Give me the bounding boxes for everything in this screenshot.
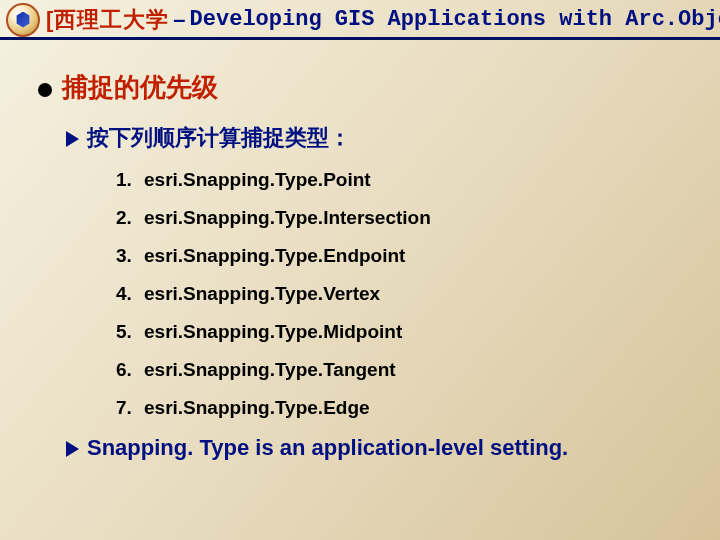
type-label: esri.Snapping.Type.Point — [144, 169, 371, 190]
footnote-text: Snapping. Type is an application-level s… — [87, 435, 568, 460]
type-label: esri.Snapping.Type.Endpoint — [144, 245, 405, 266]
university-logo-icon — [6, 3, 40, 37]
list-item: 4.esri.Snapping.Type.Vertex — [116, 283, 690, 305]
content-area: 捕捉的优先级 按下列顺序计算捕捉类型： 1.esri.Snapping.Type… — [0, 40, 720, 461]
subtitle-text: 按下列顺序计算捕捉类型： — [87, 125, 351, 150]
list-item: 2.esri.Snapping.Type.Intersection — [116, 207, 690, 229]
slide: [西理工大学 – Developing GIS Applications wit… — [0, 0, 720, 540]
type-label: esri.Snapping.Type.Midpoint — [144, 321, 402, 342]
snapping-type-list: 1.esri.Snapping.Type.Point 2.esri.Snappi… — [116, 169, 690, 419]
title-text: 捕捉的优先级 — [62, 73, 218, 102]
bullet-icon — [38, 83, 52, 97]
type-label: esri.Snapping.Type.Intersection — [144, 207, 431, 228]
header-separator: – — [173, 7, 185, 33]
subtitle: 按下列顺序计算捕捉类型： — [66, 123, 690, 153]
list-item: 7.esri.Snapping.Type.Edge — [116, 397, 690, 419]
triangle-bullet-icon — [66, 441, 79, 457]
type-label: esri.Snapping.Type.Vertex — [144, 283, 380, 304]
slide-title: 捕捉的优先级 — [38, 70, 690, 105]
list-item: 3.esri.Snapping.Type.Endpoint — [116, 245, 690, 267]
triangle-bullet-icon — [66, 131, 79, 147]
list-item: 5.esri.Snapping.Type.Midpoint — [116, 321, 690, 343]
type-label: esri.Snapping.Type.Tangent — [144, 359, 396, 380]
list-item: 6.esri.Snapping.Type.Tangent — [116, 359, 690, 381]
university-name: [西理工大学 — [46, 5, 169, 35]
header-bar: [西理工大学 – Developing GIS Applications wit… — [0, 0, 720, 40]
course-title: Developing GIS Applications with Arc.Obj… — [190, 7, 720, 32]
type-label: esri.Snapping.Type.Edge — [144, 397, 370, 418]
list-item: 1.esri.Snapping.Type.Point — [116, 169, 690, 191]
footnote: Snapping. Type is an application-level s… — [66, 435, 690, 461]
